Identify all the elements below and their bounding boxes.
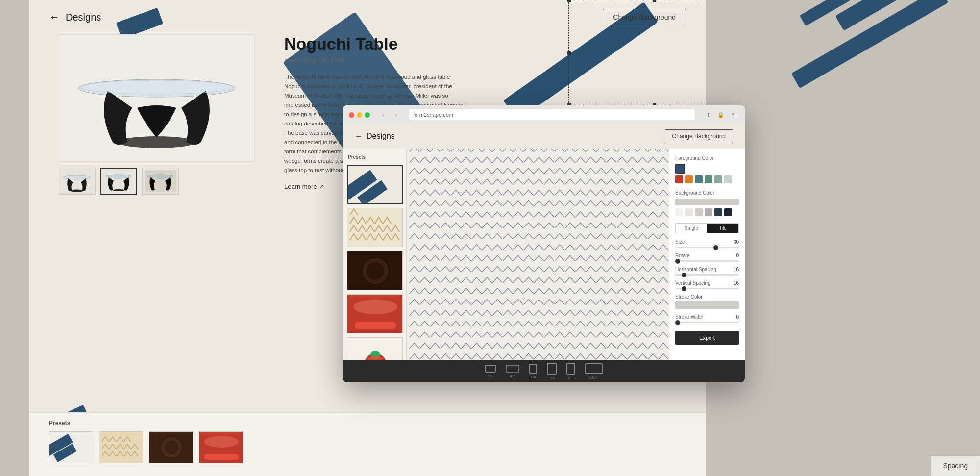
spacing-label: Spacing xyxy=(943,462,968,470)
toolbar-ratio-icon-6 xyxy=(585,363,603,374)
bg-swatch-4[interactable] xyxy=(705,208,712,216)
preset-thumb-1[interactable] xyxy=(49,431,93,463)
bg-swatch-2[interactable] xyxy=(685,208,693,216)
thumbnail-1[interactable] xyxy=(59,168,96,195)
minimize-dot[interactable] xyxy=(357,112,362,118)
toolbar-item-4[interactable]: 3:4 xyxy=(547,363,557,380)
svg-rect-38 xyxy=(547,363,556,374)
bg-swatch-5[interactable] xyxy=(714,208,722,216)
maximize-dot[interactable] xyxy=(365,112,370,118)
presets-strip-label: Presets xyxy=(49,420,686,426)
svg-rect-35 xyxy=(486,365,495,372)
toolbar-item-3[interactable]: 1:4 xyxy=(529,364,537,379)
svg-point-4 xyxy=(70,190,84,192)
browser-dots xyxy=(349,112,370,118)
size-label: Size xyxy=(675,239,685,245)
fg-swatch-sage[interactable] xyxy=(714,175,722,183)
thumbnail-3[interactable] xyxy=(142,168,179,195)
size-slider-thumb[interactable] xyxy=(713,245,718,250)
svg-rect-29 xyxy=(355,322,396,329)
svg-point-6 xyxy=(106,175,131,178)
stroke-width-value: 0 xyxy=(736,314,739,320)
tab-single[interactable]: Single xyxy=(676,224,707,233)
browser-main-panel: Presets xyxy=(343,149,745,360)
foreground-color-section: Foreground Color xyxy=(675,155,739,183)
preset-thumb-4[interactable] xyxy=(199,431,243,463)
size-value: 30 xyxy=(734,239,739,245)
browser-content: ← Designs Change Background Presets xyxy=(343,124,745,382)
bg-color-preview[interactable] xyxy=(675,199,739,205)
rotate-slider-thumb[interactable] xyxy=(675,259,680,264)
size-slider[interactable] xyxy=(675,247,739,248)
svg-point-2 xyxy=(81,80,233,94)
bg-swatch-6[interactable] xyxy=(724,208,732,216)
thumbnail-row xyxy=(59,168,265,195)
svg-rect-40 xyxy=(586,364,602,374)
vertical-spacing-slider[interactable] xyxy=(675,288,739,289)
browser-forward-button[interactable]: › xyxy=(391,109,401,120)
stroke-width-row: Stroke Width 0 xyxy=(675,314,739,320)
browser-change-background-button[interactable]: Change Background xyxy=(665,129,733,143)
browser-bottom-bar: 1:1 4:2 1:4 3:4 xyxy=(343,360,745,382)
horizontal-spacing-value: 16 xyxy=(734,267,739,272)
url-text: form2shape.com xyxy=(413,112,453,118)
back-nav[interactable]: ← Designs xyxy=(49,11,101,24)
svg-rect-13 xyxy=(99,432,143,463)
browser-url-bar[interactable]: form2shape.com xyxy=(409,109,695,120)
thumbnail-2[interactable] xyxy=(100,168,137,195)
vertical-spacing-slider-thumb[interactable] xyxy=(682,286,686,291)
export-button[interactable]: Export xyxy=(675,331,739,345)
svg-point-9 xyxy=(147,175,173,178)
foreground-color-label: Foreground Color xyxy=(675,155,739,161)
preset-item-1[interactable] xyxy=(347,165,403,204)
stroke-width-slider-thumb[interactable] xyxy=(675,320,680,325)
browser-window: ‹ › form2shape.com ⬆ 🔒 ↻ ← Designs Chang… xyxy=(343,105,745,382)
furniture-title: Noguchi Table xyxy=(284,34,676,53)
tab-tile[interactable]: Tile xyxy=(707,224,738,233)
fg-swatch-green[interactable] xyxy=(705,175,712,183)
horizontal-spacing-label: Horizontal Spacing xyxy=(675,267,716,272)
toolbar-item-1[interactable]: 1:1 xyxy=(485,365,496,378)
toolbar-ratio-icon-2 xyxy=(506,365,519,373)
preset-item-2[interactable] xyxy=(347,208,403,247)
share-icon[interactable]: ⬆ xyxy=(703,109,713,120)
bg-swatch-3[interactable] xyxy=(695,208,703,216)
toolbar-ratio-icon-1 xyxy=(485,365,496,373)
svg-point-28 xyxy=(353,300,397,314)
svg-point-1 xyxy=(118,136,196,148)
preset-item-5[interactable] xyxy=(347,337,403,360)
toolbar-item-6[interactable]: 10:6 xyxy=(585,363,603,380)
stroke-color-preview[interactable] xyxy=(675,301,739,309)
presets-strip: Presets xyxy=(29,412,706,476)
svg-rect-8 xyxy=(145,170,176,192)
rotate-label: Rotate xyxy=(675,253,689,258)
preset-item-4[interactable] xyxy=(347,294,403,333)
browser-back-arrow-icon: ← xyxy=(355,132,363,141)
rotate-slider[interactable] xyxy=(675,260,739,262)
toolbar-item-2[interactable]: 4:2 xyxy=(506,365,519,378)
fg-swatch-light[interactable] xyxy=(724,175,732,183)
toolbar-item-5[interactable]: 2:3 xyxy=(566,363,575,380)
horizontal-spacing-slider[interactable] xyxy=(675,274,739,276)
refresh-icon[interactable]: ↻ xyxy=(728,109,739,120)
close-dot[interactable] xyxy=(349,112,354,118)
fg-swatch-navy[interactable] xyxy=(675,164,685,174)
fg-swatch-teal[interactable] xyxy=(695,175,703,183)
fg-swatch-red[interactable] xyxy=(675,175,683,183)
browser-back-nav[interactable]: ← Designs xyxy=(355,132,395,141)
bg-swatch-1[interactable] xyxy=(675,208,683,216)
browser-chrome: ‹ › form2shape.com ⬆ 🔒 ↻ xyxy=(343,105,745,124)
preset-thumb-3[interactable] xyxy=(149,431,193,463)
stroke-width-slider[interactable] xyxy=(675,322,739,323)
browser-nav-buttons: ‹ › xyxy=(378,109,401,120)
svg-rect-19 xyxy=(204,454,239,460)
horizontal-spacing-slider-thumb[interactable] xyxy=(682,273,686,277)
fg-swatch-orange[interactable] xyxy=(685,175,693,183)
preset-item-3[interactable] xyxy=(347,251,403,290)
foreground-color-swatches-row2 xyxy=(675,175,739,183)
browser-back-button[interactable]: ‹ xyxy=(378,109,389,120)
stroke-color-row: Stroke Color xyxy=(675,294,739,300)
svg-rect-39 xyxy=(567,363,575,374)
change-background-button[interactable]: Change Background xyxy=(603,9,686,25)
preset-thumb-2[interactable] xyxy=(99,431,143,463)
